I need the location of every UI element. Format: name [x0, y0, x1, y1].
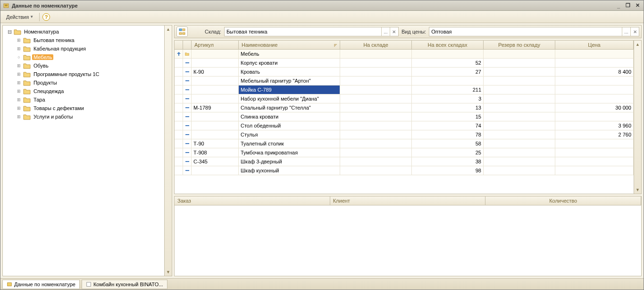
cell-artikul — [192, 130, 239, 139]
tree-root[interactable]: ⊟ Номенклатура — [5, 27, 170, 36]
clear-button[interactable]: ✕ — [630, 27, 639, 36]
expand-icon[interactable]: ○ — [16, 55, 22, 60]
expand-icon[interactable]: ⊞ — [16, 106, 22, 111]
cell-name: Туалетный столик — [239, 139, 340, 148]
tree-item[interactable]: ⊞Программные продукты 1С — [5, 70, 170, 78]
close-button[interactable]: ✕ — [633, 2, 642, 9]
table-row[interactable]: С-345Шкаф 3-дверный38 — [175, 157, 634, 166]
cell-stock — [340, 139, 412, 148]
cell-allstock: 3 — [412, 94, 484, 103]
cell-name: Корпус кровати — [239, 59, 340, 67]
item-icon — [183, 59, 192, 67]
col-allstock[interactable]: На всех складах — [412, 41, 484, 49]
col-marker[interactable] — [175, 41, 183, 49]
table-row[interactable]: М-1789Спальный гарнитур "Стелла"1330 000 — [175, 103, 634, 112]
select-button[interactable]: ... — [622, 27, 630, 36]
expand-icon[interactable]: ⊞ — [16, 46, 22, 51]
maximize-button[interactable]: ❐ — [624, 2, 632, 9]
table-row[interactable]: Корпус кровати52 — [175, 59, 634, 68]
cell-reserve — [484, 85, 555, 94]
chevron-down-icon: ▼ — [30, 15, 33, 19]
table-row[interactable]: Т-90Туалетный столик58 — [175, 139, 634, 148]
table-row[interactable]: Шкаф кухонный98 — [175, 166, 634, 175]
col-artikul[interactable]: Артикул — [192, 41, 239, 49]
tree-item[interactable]: ⊞Кабельная продукция — [5, 44, 170, 53]
cell-price — [555, 139, 634, 148]
expand-icon[interactable]: ⊞ — [16, 89, 22, 94]
hierarchy-button[interactable] — [176, 26, 188, 37]
tree-item[interactable]: ⊞Услуги и работы — [5, 112, 170, 121]
cell-stock — [340, 59, 412, 67]
scrollbar-track[interactable] — [634, 48, 641, 186]
item-icon — [183, 121, 192, 130]
cell-stock — [340, 85, 412, 94]
col-price[interactable]: Цена — [555, 41, 634, 49]
table-row[interactable]: К-90Кровать278 400 — [175, 68, 634, 77]
statusbar-tab[interactable]: Комбайн кухонный BINATO... — [82, 280, 167, 289]
cell-allstock: 78 — [412, 130, 484, 139]
expand-icon[interactable]: ⊞ — [16, 72, 22, 77]
expand-icon[interactable]: ⊞ — [16, 38, 22, 43]
col-stock[interactable]: На складе — [340, 41, 412, 49]
table-row[interactable]: Мойка С-789211 — [175, 85, 634, 94]
tree-item[interactable]: ⊞Спецодежда — [5, 87, 170, 95]
tree-item[interactable]: ⊞Тара — [5, 95, 170, 104]
table-row[interactable]: Т-908Тумбочка прикроватная25 — [175, 148, 634, 157]
cell-price: 2 760 — [555, 130, 634, 139]
tree-item[interactable]: ○Мебель — [5, 53, 170, 61]
item-icon — [183, 166, 192, 175]
cell-stock — [340, 148, 412, 157]
orders-grid-header: Заказ Клиент Количество — [175, 196, 641, 205]
col-order[interactable]: Заказ — [175, 196, 330, 205]
statusbar-tab-active[interactable]: Данные по номенклатуре — [2, 280, 80, 289]
item-icon — [183, 157, 192, 166]
sklad-value: Бытовая техника — [225, 29, 381, 34]
actions-menu-button[interactable]: Действия ▼ — [3, 13, 36, 21]
cell-artikul: Т-90 — [192, 139, 239, 148]
tree-item[interactable]: ⊞Обувь — [5, 61, 170, 70]
cell-name: Шкаф кухонный — [239, 166, 340, 175]
price-field[interactable]: Оптовая ... ✕ — [429, 27, 639, 36]
cell-artikul: С-345 — [192, 157, 239, 166]
minimize-button[interactable]: _ — [614, 2, 623, 9]
level-up-icon[interactable] — [175, 50, 183, 58]
scroll-up-icon[interactable]: ▲ — [165, 26, 172, 33]
scrollbar-track[interactable] — [165, 33, 172, 268]
tab-label: Данные по номенклатуре — [14, 281, 75, 287]
scroll-up-icon[interactable]: ▲ — [634, 41, 641, 48]
help-button[interactable]: ? — [42, 13, 50, 21]
tree-item[interactable]: ⊞Товары с дефектами — [5, 104, 170, 112]
col-reserve[interactable]: Резерв по складу — [484, 41, 555, 49]
tree-item[interactable]: ⊞Бытовая техника — [5, 36, 170, 44]
tree-root-label: Номенклатура — [23, 29, 60, 34]
expand-icon[interactable]: ⊞ — [16, 63, 22, 68]
cell-name: Стулья — [239, 130, 340, 139]
table-row[interactable]: Стулья782 760 — [175, 130, 634, 139]
table-row[interactable]: Набор кухонной мебели "Диана"3 — [175, 94, 634, 103]
expand-icon[interactable]: ⊞ — [16, 80, 22, 85]
orders-grid: Заказ Клиент Количество — [174, 196, 642, 276]
tree-item[interactable]: ⊞Продукты — [5, 78, 170, 87]
main-grid: Артикул Наименование На складе На всех с… — [174, 40, 642, 194]
collapse-icon[interactable]: ⊟ — [7, 29, 12, 35]
select-button[interactable]: ... — [381, 27, 390, 36]
col-client[interactable]: Клиент — [330, 196, 486, 205]
table-row[interactable]: Мебельный гарнитур "Артон" — [175, 77, 634, 85]
cell-allstock: 25 — [412, 148, 484, 157]
table-group-row[interactable]: Мебель — [175, 50, 634, 59]
toolbar: Действия ▼ ? — [0, 11, 644, 23]
col-icon[interactable] — [183, 41, 192, 49]
cell-stock — [340, 68, 412, 76]
table-row[interactable]: Стол обеденный743 960 — [175, 121, 634, 130]
col-name[interactable]: Наименование — [239, 41, 340, 49]
tab-label: Комбайн кухонный BINATO... — [93, 281, 163, 287]
clear-button[interactable]: ✕ — [390, 27, 398, 36]
col-qty[interactable]: Количество — [485, 196, 641, 205]
expand-icon[interactable]: ⊞ — [16, 97, 22, 102]
sklad-field[interactable]: Бытовая техника ... ✕ — [224, 27, 399, 36]
scroll-down-icon[interactable]: ▼ — [165, 268, 172, 276]
scroll-down-icon[interactable]: ▼ — [634, 186, 641, 194]
table-row[interactable]: Спинка кровати15 — [175, 112, 634, 121]
expand-icon[interactable]: ⊞ — [16, 114, 22, 119]
cell-allstock: 52 — [412, 59, 484, 67]
